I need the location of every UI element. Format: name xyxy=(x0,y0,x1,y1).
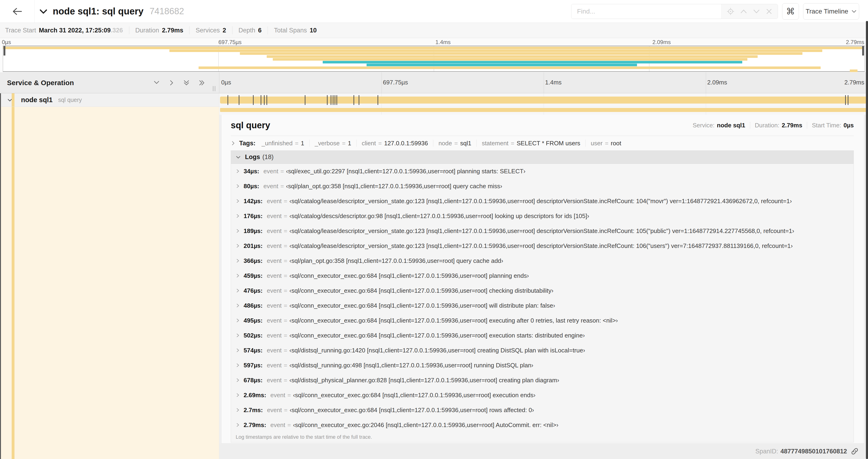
locate-icon[interactable] xyxy=(726,7,735,15)
logs-count: (18) xyxy=(262,154,274,161)
left-edge-scrollbar[interactable] xyxy=(0,93,1,459)
trace-info-label: Services xyxy=(195,27,220,34)
tick-label: 2.09ms xyxy=(707,79,727,86)
collapse-trace-chevron-icon[interactable] xyxy=(39,8,48,15)
log-message: ‹sql/distsql_running.go:498 [nsql1,clien… xyxy=(289,362,533,369)
tag-item[interactable]: user=root xyxy=(591,140,621,147)
span-row: node sql1 sql query xyxy=(0,93,868,107)
detail-span-bar[interactable] xyxy=(220,108,868,112)
tag-item[interactable]: _verbose=1 xyxy=(315,140,351,147)
collapse-all-icon[interactable] xyxy=(182,78,191,87)
equals-sign: = xyxy=(284,347,287,354)
minimap-left-handle[interactable] xyxy=(3,46,5,56)
log-chevron-icon xyxy=(236,198,240,204)
log-row[interactable]: 142µs:event=‹sql/catalog/lease/descripto… xyxy=(231,194,854,208)
find-next-icon[interactable] xyxy=(752,8,761,15)
equals-sign: = xyxy=(284,257,287,264)
tag-value: sql1 xyxy=(460,140,471,147)
find-clear-icon[interactable] xyxy=(766,8,773,15)
log-marker-tick xyxy=(331,95,331,105)
log-row[interactable]: 176µs:event=‹sql/catalog/descs/descripto… xyxy=(231,208,854,223)
log-marker-tick xyxy=(333,95,334,105)
tags-toggle-row[interactable]: Tags: _unfinished=1_verbose=1client=127.… xyxy=(231,136,854,151)
log-row[interactable]: 201µs:event=‹sql/catalog/lease/descripto… xyxy=(231,238,854,253)
log-field-key: event xyxy=(267,198,282,205)
copy-link-icon[interactable] xyxy=(851,447,859,455)
view-selector-button[interactable]: Trace Timeline xyxy=(803,3,859,20)
duration-label: Duration: xyxy=(755,122,780,129)
tag-item[interactable]: statement=SELECT * FROM users xyxy=(482,140,580,147)
equals-sign: = xyxy=(287,421,291,429)
log-row[interactable]: 495µs:event=‹sql/conn_executor_exec.go:6… xyxy=(231,313,854,328)
log-message: ‹sql/conn_executor_exec.go:2046 [nsql1,c… xyxy=(293,421,558,429)
minimap-span-bar xyxy=(273,58,747,61)
back-button[interactable] xyxy=(0,0,34,23)
vertical-scrollbar[interactable] xyxy=(866,21,868,459)
detail-mini-bar-strip xyxy=(219,107,868,115)
minimap-right-handle[interactable] xyxy=(862,46,864,56)
minimap-span-bar xyxy=(323,61,742,63)
log-row[interactable]: 2.7ms:event=‹sql/conn_executor_exec.go:6… xyxy=(231,402,854,418)
log-timestamp: 486µs: xyxy=(244,302,262,309)
column-resizer[interactable] xyxy=(213,86,215,91)
log-row[interactable]: 366µs:event=‹sql/plan_opt.go:358 [nsql1,… xyxy=(231,253,854,268)
log-row[interactable]: 2.69ms:event=‹sql/conn_executor_exec.go:… xyxy=(231,388,854,402)
log-row[interactable]: 678µs:event=‹sql/distsql_physical_planne… xyxy=(231,373,854,388)
span-detail-area: sql query Service: node sql1 Duration: 2… xyxy=(219,107,868,459)
log-chevron-icon xyxy=(236,407,240,413)
log-timestamp: 34µs: xyxy=(244,168,259,175)
find-prev-icon[interactable] xyxy=(740,8,748,15)
tag-item[interactable]: _unfinished=1 xyxy=(261,140,304,147)
span-row-name-cell[interactable]: node sql1 sql query xyxy=(0,93,219,107)
log-timestamp: 2.7ms: xyxy=(244,406,263,414)
log-chevron-icon xyxy=(236,318,240,323)
trace-minimap: 0µs697.75µs1.4ms2.09ms2.79ms xyxy=(0,38,868,72)
keyboard-shortcuts-button[interactable]: ⌘ xyxy=(782,3,799,20)
divider xyxy=(268,26,268,34)
log-row[interactable]: 476µs:event=‹sql/conn_executor_exec.go:6… xyxy=(231,283,854,298)
tag-item[interactable]: node=sql1 xyxy=(438,140,471,147)
chevron-down-icon xyxy=(851,9,857,13)
timeline-ruler: 0µs697.75µs1.4ms2.09ms2.79ms xyxy=(219,72,868,93)
divider xyxy=(585,140,586,147)
tag-item[interactable]: client=127.0.0.1:59936 xyxy=(362,140,428,147)
log-field-key: event xyxy=(267,302,282,309)
log-row[interactable]: 486µs:event=‹sql/conn_executor_exec.go:6… xyxy=(231,298,854,313)
log-message: ‹sql/catalog/lease/descriptor_version_st… xyxy=(289,198,792,205)
equals-sign: = xyxy=(284,212,287,220)
log-timestamp: 476µs: xyxy=(244,287,262,294)
log-row[interactable]: 502µs:event=‹sql/conn_executor_exec.go:6… xyxy=(231,328,854,343)
service-operation-title: Service & Operation xyxy=(7,79,152,87)
log-field-key: event xyxy=(267,257,282,264)
log-message: ‹sql/exec_util.go:2297 [nsql1,client=127… xyxy=(286,168,525,175)
span-row-timeline-cell xyxy=(219,93,868,107)
equals-sign: = xyxy=(284,362,287,369)
log-row[interactable]: 459µs:event=‹sql/conn_executor_exec.go:6… xyxy=(231,268,854,283)
tag-key: _unfinished xyxy=(261,140,292,147)
find-input[interactable] xyxy=(571,4,721,19)
log-timestamp: 201µs: xyxy=(244,242,262,250)
log-timestamp: 495µs: xyxy=(244,317,262,324)
log-marker-tick xyxy=(845,95,846,105)
log-timestamp: 459µs: xyxy=(244,272,262,280)
log-row[interactable]: 34µs:event=‹sql/exec_util.go:2297 [nsql1… xyxy=(231,164,854,179)
log-message: ‹sql/conn_executor_exec.go:684 [nsql1,cl… xyxy=(289,287,554,294)
tag-key: client xyxy=(362,140,376,147)
expand-one-icon[interactable] xyxy=(168,78,175,87)
logs-toggle-header[interactable]: Logs (18) xyxy=(231,151,854,164)
log-row[interactable]: 80µs:event=‹sql/plan_opt.go:358 [nsql1,c… xyxy=(231,179,854,194)
log-row[interactable]: 189µs:event=‹sql/catalog/lease/descripto… xyxy=(231,223,854,238)
equals-sign: = xyxy=(284,377,287,384)
log-row[interactable]: 2.79ms:event=‹sql/conn_executor_exec.go:… xyxy=(231,418,854,432)
log-row[interactable]: 574µs:event=‹sql/distsql_running.go:1420… xyxy=(231,343,854,358)
trace-info-value: 6 xyxy=(258,27,261,34)
equals-sign: = xyxy=(284,302,287,309)
span-duration-bar[interactable] xyxy=(220,97,868,104)
minimap-canvas[interactable] xyxy=(3,46,865,72)
collapse-one-icon[interactable] xyxy=(152,78,161,87)
expand-all-icon[interactable] xyxy=(198,78,206,87)
log-timestamp: 678µs: xyxy=(244,377,262,384)
span-color-stripe xyxy=(12,107,14,459)
log-row[interactable]: 597µs:event=‹sql/distsql_running.go:498 … xyxy=(231,358,854,373)
logs-chevron-icon xyxy=(235,155,241,160)
